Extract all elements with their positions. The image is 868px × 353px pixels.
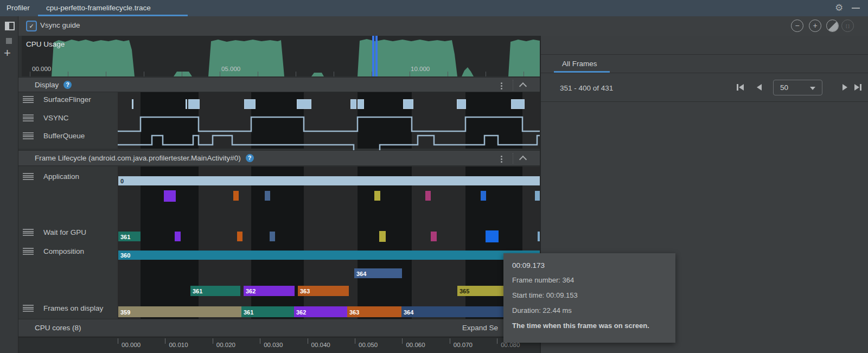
frame-bar-label: 364 xyxy=(356,271,366,277)
frame-bar[interactable] xyxy=(233,191,239,201)
help-icon[interactable]: ? xyxy=(63,81,72,89)
track-label-frames-on-display: Frames on display xyxy=(43,304,103,312)
frame-tooltip: 00:09.173 Frame number: 364 Start time: … xyxy=(503,253,675,343)
frame-bar[interactable]: 362 xyxy=(294,306,347,317)
surfaceflinger-event-bar[interactable] xyxy=(186,99,187,109)
display-section-header[interactable]: Display ? xyxy=(18,77,540,92)
kebab-menu-icon[interactable] xyxy=(500,81,503,91)
frame-bar[interactable]: 365 xyxy=(457,286,506,296)
tooltip-time: 00:09.173 xyxy=(512,261,675,269)
all-frames-underline xyxy=(554,71,610,73)
surfaceflinger-event-bar[interactable] xyxy=(403,99,413,109)
frame-bar[interactable] xyxy=(164,190,176,202)
frame-bar-label: 361 xyxy=(244,309,253,316)
frame-bar[interactable]: 363 xyxy=(347,306,401,317)
frame-bar[interactable]: 363 xyxy=(298,286,349,296)
drag-grip-icon[interactable] xyxy=(23,96,34,103)
frame-bar-label: 362 xyxy=(296,309,306,316)
frame-bar[interactable] xyxy=(431,232,437,241)
frame-bar[interactable]: 361 xyxy=(118,232,141,241)
frame-bar[interactable]: 361 xyxy=(241,306,294,317)
lifecycle-section-header[interactable]: Frame Lifecycle (android.com.java.profil… xyxy=(18,150,540,166)
axis-tick xyxy=(144,72,144,76)
frame-bar[interactable] xyxy=(425,191,431,201)
frame-bar[interactable]: 361 xyxy=(190,286,240,296)
frame-bar[interactable]: 359 xyxy=(118,306,241,317)
frame-bar[interactable]: 360 xyxy=(118,251,540,260)
timeline-label: 00.040 xyxy=(311,342,330,348)
axis-tick xyxy=(448,72,448,76)
timeline-label: 00.010 xyxy=(169,342,188,348)
frame-bar[interactable] xyxy=(175,232,181,241)
track-label-wait-for-gpu: Wait for GPU xyxy=(43,228,86,236)
cpu-cores-section-header[interactable]: CPU cores (8) xyxy=(18,319,540,337)
frame-bar-label: 361 xyxy=(193,288,202,294)
frame-bar[interactable] xyxy=(270,232,275,241)
axis-tick xyxy=(308,338,308,344)
timeline-label: 00.030 xyxy=(264,342,283,348)
drag-grip-icon[interactable] xyxy=(23,305,34,312)
surfaceflinger-event-bar[interactable] xyxy=(350,99,356,109)
page-size-dropdown[interactable]: 50 xyxy=(773,80,822,95)
surfaceflinger-event-bar[interactable] xyxy=(297,99,311,109)
timeline-label: 00.070 xyxy=(454,342,473,348)
frame-bar[interactable]: 362 xyxy=(244,286,295,296)
drag-grip-icon[interactable] xyxy=(23,229,34,236)
axis-tick xyxy=(182,72,182,76)
frame-bar[interactable]: 364 xyxy=(354,268,402,278)
surfaceflinger-event-bar[interactable] xyxy=(511,99,525,109)
surfaceflinger-event-bar[interactable] xyxy=(244,99,256,109)
next-page-button[interactable] xyxy=(843,84,847,91)
surfaceflinger-event-bar[interactable] xyxy=(358,99,364,109)
frame-bar-label: 362 xyxy=(246,288,256,294)
first-page-button[interactable] xyxy=(737,84,744,91)
frame-bar-label: 365 xyxy=(459,288,469,294)
lifecycle-section-title: Frame Lifecycle (android.com.java.profil… xyxy=(35,154,241,162)
frame-bar[interactable] xyxy=(535,191,540,201)
prev-page-button[interactable] xyxy=(757,84,762,91)
frame-bar[interactable] xyxy=(265,191,270,201)
collapse-chevron-icon[interactable] xyxy=(519,82,527,90)
surfaceflinger-event-bar[interactable] xyxy=(188,99,200,109)
frame-bar[interactable] xyxy=(374,191,380,201)
drag-grip-icon[interactable] xyxy=(23,248,34,255)
track-label-surfaceflinger: SurfaceFlinger xyxy=(43,95,91,104)
tab-all-frames[interactable]: All Frames xyxy=(562,60,597,68)
axis-tick xyxy=(402,338,403,344)
axis-tick xyxy=(355,338,355,344)
kebab-menu-icon[interactable] xyxy=(500,155,503,164)
axis-tick xyxy=(68,72,68,76)
frame-bar-label: 360 xyxy=(120,252,130,259)
frame-bar-label: 0 xyxy=(120,178,124,184)
divider xyxy=(541,73,868,73)
cpu-axis-label: 05.000 xyxy=(221,66,240,72)
surfaceflinger-event-bar[interactable] xyxy=(457,99,466,109)
surfaceflinger-event-bar[interactable] xyxy=(132,99,133,109)
axis-tick xyxy=(258,72,258,76)
drag-grip-icon[interactable] xyxy=(23,114,34,121)
axis-tick xyxy=(450,338,450,344)
track-label-vsync: VSYNC xyxy=(43,114,69,122)
timeline-label: 00.060 xyxy=(406,342,425,348)
expand-sections-link[interactable]: Expand Se xyxy=(462,324,498,332)
collapse-chevron-icon[interactable] xyxy=(519,156,527,163)
frame-bar-label: 361 xyxy=(120,234,130,240)
axis-tick xyxy=(213,338,213,344)
frame-bar[interactable]: 0 xyxy=(118,176,540,185)
page-size-value: 50 xyxy=(780,84,788,92)
frame-bar-label: 364 xyxy=(404,309,413,316)
drag-grip-icon[interactable] xyxy=(23,173,34,180)
profiler-window: Profiler cpu-perfetto-framelifecycle.tra… xyxy=(0,0,868,353)
drag-grip-icon[interactable] xyxy=(23,132,34,139)
range-selection-handle[interactable] xyxy=(372,36,374,76)
pagination-range: 351 - 400 of 431 xyxy=(560,84,613,92)
frame-bar[interactable] xyxy=(237,232,242,241)
frame-bar-label: 363 xyxy=(349,309,359,316)
frame-bar[interactable] xyxy=(481,191,486,201)
frame-bar[interactable] xyxy=(379,231,386,242)
range-selection-handle[interactable] xyxy=(375,36,378,76)
timeline-label: 00.000 xyxy=(122,342,141,348)
frame-bar[interactable] xyxy=(486,230,499,242)
last-page-button[interactable] xyxy=(854,84,861,91)
help-icon[interactable]: ? xyxy=(246,154,254,162)
